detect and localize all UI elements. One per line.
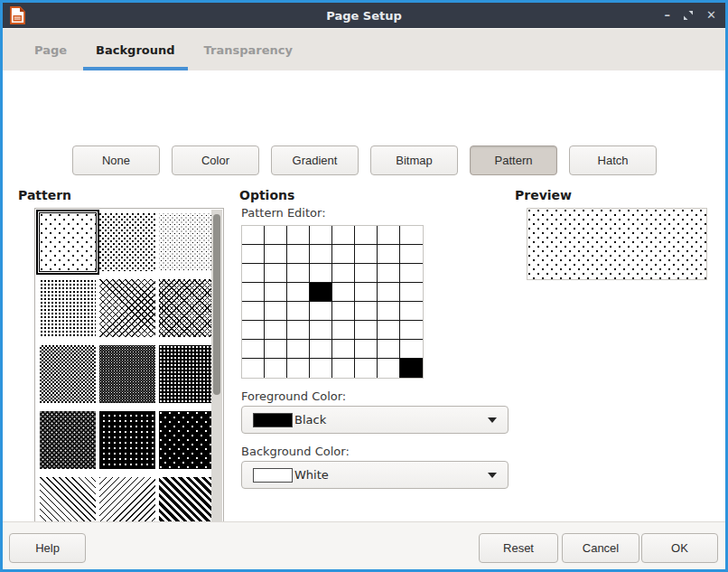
pattern-editor-cell[interactable]: [332, 283, 355, 302]
pattern-editor-cell[interactable]: [265, 340, 287, 359]
pattern-editor-cell[interactable]: [332, 340, 355, 359]
pattern-editor-cell[interactable]: [287, 359, 310, 378]
pattern-editor-cell[interactable]: [400, 340, 423, 359]
pattern-swatch-dots-20[interactable]: [159, 213, 215, 271]
pattern-editor-cell[interactable]: [242, 283, 265, 302]
libreoffice-document-icon: [8, 6, 26, 24]
pattern-editor-cell[interactable]: [242, 321, 265, 340]
scrollbar-track[interactable]: [211, 210, 222, 540]
pattern-editor-cell[interactable]: [287, 302, 310, 321]
pattern-editor-cell[interactable]: [310, 264, 332, 283]
fill-type-hatch-button[interactable]: Hatch: [569, 145, 657, 175]
pattern-editor-cell[interactable]: [242, 226, 265, 245]
pattern-editor-cell[interactable]: [332, 321, 355, 340]
minimize-button[interactable]: –: [665, 3, 671, 28]
pattern-editor-cell[interactable]: [332, 226, 355, 245]
pattern-editor-cell[interactable]: [378, 283, 400, 302]
pattern-editor-cell[interactable]: [287, 283, 310, 302]
pattern-editor-cell[interactable]: [310, 283, 332, 302]
pattern-editor-cell[interactable]: [287, 226, 310, 245]
pattern-editor-cell[interactable]: [332, 302, 355, 321]
restore-button[interactable]: [683, 10, 694, 21]
pattern-editor-cell[interactable]: [355, 245, 378, 264]
pattern-editor-cell[interactable]: [287, 264, 310, 283]
pattern-editor-cell[interactable]: [242, 359, 265, 378]
pattern-swatch-dots-10[interactable]: [99, 213, 155, 271]
pattern-editor-cell[interactable]: [265, 321, 287, 340]
fill-type-none-button[interactable]: None: [72, 145, 160, 175]
pattern-editor-cell[interactable]: [310, 226, 332, 245]
pattern-editor-cell[interactable]: [400, 226, 423, 245]
pattern-editor-cell[interactable]: [265, 226, 287, 245]
foreground-color-dropdown[interactable]: Black: [241, 406, 509, 434]
pattern-editor-cell[interactable]: [332, 359, 355, 378]
pattern-swatch-mesh-40[interactable]: [159, 279, 215, 337]
pattern-editor-cell[interactable]: [265, 245, 287, 264]
pattern-editor-cell[interactable]: [242, 302, 265, 321]
pattern-editor-cell[interactable]: [310, 302, 332, 321]
pattern-editor-cell[interactable]: [242, 245, 265, 264]
pattern-editor-cell[interactable]: [242, 264, 265, 283]
pattern-editor-cell[interactable]: [355, 359, 378, 378]
scrollbar-thumb[interactable]: [213, 214, 220, 395]
pattern-editor-cell[interactable]: [378, 340, 400, 359]
pattern-swatch-checker-50[interactable]: [40, 345, 96, 403]
pattern-editor-cell[interactable]: [400, 302, 423, 321]
pattern-editor-cell[interactable]: [310, 321, 332, 340]
pattern-swatch-mesh-30[interactable]: [99, 279, 155, 337]
pattern-editor-cell[interactable]: [378, 302, 400, 321]
pattern-editor-cell[interactable]: [355, 264, 378, 283]
pattern-editor-cell[interactable]: [265, 359, 287, 378]
pattern-editor-cell[interactable]: [332, 264, 355, 283]
pattern-editor-cell[interactable]: [400, 264, 423, 283]
pattern-swatch-dots-5[interactable]: [40, 213, 96, 271]
pattern-editor-cell[interactable]: [378, 226, 400, 245]
tab-transparency[interactable]: Transparency: [191, 29, 305, 70]
pattern-editor-cell[interactable]: [242, 340, 265, 359]
fill-type-gradient-button[interactable]: Gradient: [271, 145, 359, 175]
pattern-editor-cell[interactable]: [287, 321, 310, 340]
pattern-editor-cell[interactable]: [287, 245, 310, 264]
background-color-chip: [253, 468, 293, 483]
fill-type-bitmap-button[interactable]: Bitmap: [370, 145, 458, 175]
help-button[interactable]: Help: [9, 533, 86, 563]
pattern-editor-cell[interactable]: [400, 245, 423, 264]
tab-page[interactable]: Page: [22, 29, 79, 70]
pattern-editor-cell[interactable]: [400, 321, 423, 340]
pattern-editor-cell[interactable]: [378, 321, 400, 340]
pattern-swatch-dark-dots-90[interactable]: [159, 411, 215, 469]
cancel-button[interactable]: Cancel: [562, 533, 639, 563]
pattern-editor-cell[interactable]: [355, 321, 378, 340]
pattern-editor-cell[interactable]: [378, 264, 400, 283]
pattern-editor-cell[interactable]: [355, 226, 378, 245]
close-button[interactable]: ✕: [706, 3, 716, 28]
pattern-editor-cell[interactable]: [355, 283, 378, 302]
ok-button[interactable]: OK: [641, 533, 718, 563]
pattern-swatch-dots-25[interactable]: [40, 279, 96, 337]
titlebar[interactable]: Page Setup – ✕: [3, 3, 725, 28]
pattern-editor-cell[interactable]: [332, 245, 355, 264]
fill-type-color-button[interactable]: Color: [172, 145, 259, 175]
pattern-editor-cell[interactable]: [378, 245, 400, 264]
pattern-editor-cell[interactable]: [287, 340, 310, 359]
pattern-swatch-dark-dots-75[interactable]: [40, 411, 96, 469]
reset-button[interactable]: Reset: [479, 533, 558, 563]
pattern-editor-cell[interactable]: [400, 283, 423, 302]
pattern-editor-cell[interactable]: [310, 340, 332, 359]
pattern-editor-cell[interactable]: [310, 359, 332, 378]
fill-type-pattern-button[interactable]: Pattern: [470, 145, 557, 175]
pattern-editor-cell[interactable]: [310, 245, 332, 264]
pattern-editor-cell[interactable]: [265, 302, 287, 321]
pattern-editor-cell[interactable]: [265, 283, 287, 302]
pattern-swatch-grid-70[interactable]: [159, 345, 215, 403]
background-color-dropdown[interactable]: White: [241, 461, 509, 489]
pattern-editor-cell[interactable]: [355, 302, 378, 321]
pattern-editor-cell[interactable]: [400, 359, 423, 378]
pattern-editor-cell[interactable]: [355, 340, 378, 359]
pattern-swatch-dark-dots-85[interactable]: [99, 411, 155, 469]
pattern-swatch-specks-60[interactable]: [99, 345, 155, 403]
tab-background[interactable]: Background: [83, 29, 188, 70]
pattern-editor-cell[interactable]: [265, 264, 287, 283]
background-color-label: Background Color:: [241, 445, 350, 458]
pattern-editor-cell[interactable]: [378, 359, 400, 378]
